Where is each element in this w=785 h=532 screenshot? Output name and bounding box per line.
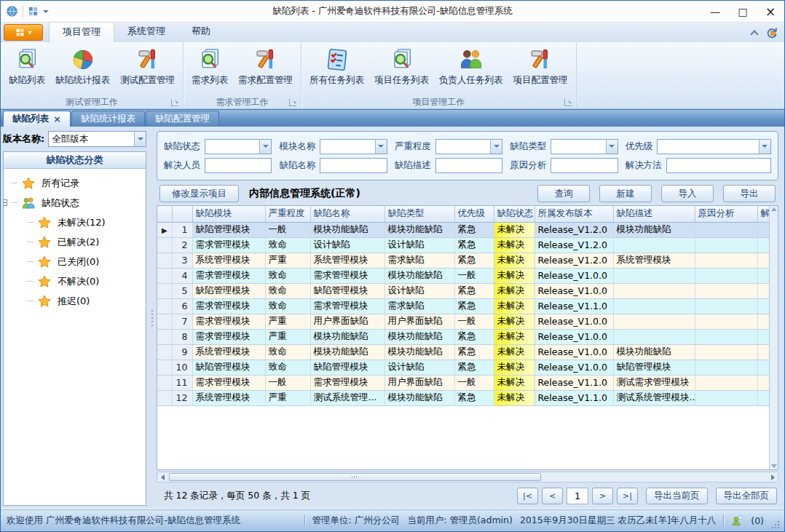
row-selector-cell[interactable] (157, 298, 172, 314)
select-dropdown-button[interactable] (490, 140, 502, 154)
select-dropdown-button[interactable] (759, 140, 770, 154)
dialog-launcher-icon[interactable]: ↘ (171, 99, 178, 106)
action-button[interactable]: 新建 (599, 185, 652, 202)
document-tab[interactable]: 缺陷配置管理 (146, 111, 219, 127)
table-row[interactable]: 3 系统管理模块 严重 系统管理模块 需求缺陷 紧急 未解决 Release_V… (157, 253, 769, 268)
column-header[interactable]: 缺陷状态 (494, 206, 534, 222)
resize-grip[interactable] (771, 520, 780, 529)
version-combobox[interactable]: 全部版本 (48, 131, 146, 147)
maximize-button[interactable]: □ (729, 1, 757, 22)
filter-input[interactable] (666, 158, 771, 173)
quick-access-caret-icon[interactable] (43, 10, 49, 13)
table-row[interactable]: 11 需求管理模块 一般 需求管理模块 用户界面缺陷 一般 未解决 Releas… (157, 375, 769, 390)
table-row[interactable]: 12 系统管理模块 严重 测试系统管理... 模块功能缺陷 紧急 未解决 Rel… (157, 390, 769, 405)
filter-select[interactable] (657, 139, 771, 154)
ribbon-button[interactable]: 需求配置管理 (233, 46, 298, 88)
tree-expander-icon[interactable] (4, 199, 7, 206)
column-header[interactable]: 缺陷描述 (613, 206, 695, 222)
vertical-scrollbar[interactable] (769, 205, 778, 470)
action-button[interactable]: 查询 (537, 185, 590, 202)
select-dropdown-button[interactable] (606, 140, 618, 154)
scroll-up-icon[interactable] (771, 207, 777, 211)
column-header[interactable]: 严重程度 (265, 206, 310, 222)
online-user-icon[interactable] (731, 515, 743, 527)
column-header[interactable]: 缺陷名称 (310, 206, 384, 222)
filter-input[interactable] (551, 158, 618, 173)
about-refresh-icon[interactable] (766, 26, 778, 39)
modify-display-items-button[interactable]: 修改显示项目 (159, 185, 239, 202)
ribbon-button[interactable]: 所有任务列表 (304, 46, 369, 88)
ribbon-collapse-icon[interactable] (750, 30, 758, 38)
ribbon-button[interactable]: 负责人任务列表 (434, 46, 508, 88)
scroll-down-icon[interactable] (771, 464, 777, 468)
table-row[interactable]: 10 缺陷管理模块 致命 缺陷管理模块 设计缺陷 紧急 未解决 Release_… (157, 360, 769, 375)
action-button[interactable]: 导入 (661, 185, 714, 202)
tree-item[interactable]: 已解决(2) (4, 232, 146, 252)
column-header[interactable]: 所属发布版本 (534, 206, 613, 222)
document-tab[interactable]: 缺陷列表 × (3, 111, 71, 127)
row-selector-cell[interactable] (157, 390, 172, 405)
scroll-right-icon[interactable] (768, 475, 778, 480)
scroll-left-icon[interactable] (157, 475, 167, 480)
row-selector-cell[interactable] (157, 253, 172, 268)
ribbon-tab[interactable]: 项目管理 (49, 22, 114, 42)
select-dropdown-button[interactable] (375, 140, 387, 154)
document-tab[interactable]: 缺陷统计报表 (71, 111, 145, 127)
table-row[interactable]: 5 缺陷管理模块 致命 缺陷管理模块 设计缺陷 紧急 未解决 Release_V… (157, 283, 769, 298)
filter-input[interactable] (205, 158, 272, 173)
tab-close-icon[interactable]: × (53, 114, 61, 124)
column-header[interactable]: 优先级 (454, 206, 494, 222)
tree-item[interactable]: 不解决(0) (4, 271, 146, 291)
quick-access-grid-icon[interactable] (28, 6, 39, 17)
tree-item[interactable]: 缺陷状态 (4, 193, 146, 213)
ribbon-tab[interactable]: 帮助 (178, 22, 224, 42)
tree-item[interactable]: 未解决(12) (4, 213, 146, 232)
table-row[interactable]: ▶ 1 缺陷管理模块 一般 模块功能缺陷 模块功能缺陷 紧急 未解决 Relea… (157, 222, 769, 237)
tree-item[interactable]: 已关闭(0) (4, 252, 146, 271)
first-page-button[interactable]: |< (517, 488, 538, 504)
select-dropdown-button[interactable] (259, 140, 271, 154)
ribbon-button[interactable]: 缺陷统计报表 (50, 46, 115, 88)
prev-page-button[interactable]: < (542, 488, 563, 504)
column-header[interactable]: 解决方法 (757, 206, 769, 222)
dialog-launcher-icon[interactable]: ↘ (564, 99, 572, 106)
row-selector-cell[interactable] (157, 329, 172, 344)
panel-splitter[interactable] (149, 127, 155, 509)
ribbon-button[interactable]: 缺陷列表 (4, 46, 50, 88)
filter-select[interactable] (435, 139, 502, 154)
filter-input[interactable] (320, 158, 387, 173)
horizontal-scrollbar[interactable] (157, 472, 778, 483)
column-header[interactable]: 原因分析 (695, 206, 757, 222)
close-button[interactable]: × (757, 1, 784, 22)
row-selector-cell[interactable] (157, 268, 172, 283)
action-button[interactable]: 导出 (723, 185, 776, 202)
application-menu-button[interactable] (4, 24, 43, 41)
row-selector-cell[interactable] (157, 375, 172, 390)
ribbon-button[interactable]: 项目任务列表 (369, 46, 434, 88)
ribbon-button[interactable]: 测试配置管理 (115, 46, 180, 88)
next-page-button[interactable]: > (592, 488, 613, 504)
last-page-button[interactable]: >| (617, 488, 638, 504)
row-selector-cell[interactable] (157, 314, 172, 329)
ribbon-button[interactable]: 项目配置管理 (508, 46, 573, 88)
table-row[interactable]: 9 系统管理模块 致命 模块功能缺陷 模块功能缺陷 紧急 未解决 Release… (157, 344, 769, 360)
ribbon-tab[interactable]: 系统管理 (114, 22, 178, 42)
dialog-launcher-icon[interactable]: ↘ (289, 99, 296, 106)
column-header[interactable]: 缺陷类型 (384, 206, 454, 222)
scrollbar-thumb[interactable] (169, 473, 541, 481)
filter-select[interactable] (320, 139, 387, 154)
filter-select[interactable] (205, 139, 272, 154)
page-number-input[interactable] (567, 488, 588, 504)
filter-input[interactable] (435, 158, 502, 173)
ribbon-button[interactable]: 需求列表 (186, 46, 233, 88)
row-selector-cell[interactable] (157, 344, 172, 360)
export-all-pages-button[interactable]: 导出全部页 (716, 488, 778, 504)
row-selector-cell[interactable] (157, 360, 172, 375)
minimize-button[interactable]: — (701, 1, 729, 22)
row-selector-cell[interactable]: ▶ (157, 222, 172, 237)
table-row[interactable]: 8 需求管理模块 严重 模块功能缺陷 模块功能缺陷 紧急 未解决 Release… (157, 329, 769, 344)
export-current-page-button[interactable]: 导出当前页 (646, 488, 708, 504)
column-header[interactable]: 缺陷模块 (192, 206, 265, 222)
table-row[interactable]: 6 需求管理模块 致命 需求管理模块 需求缺陷 紧急 未解决 Release_V… (157, 298, 769, 314)
tree-item[interactable]: 所有记录 (4, 173, 146, 193)
